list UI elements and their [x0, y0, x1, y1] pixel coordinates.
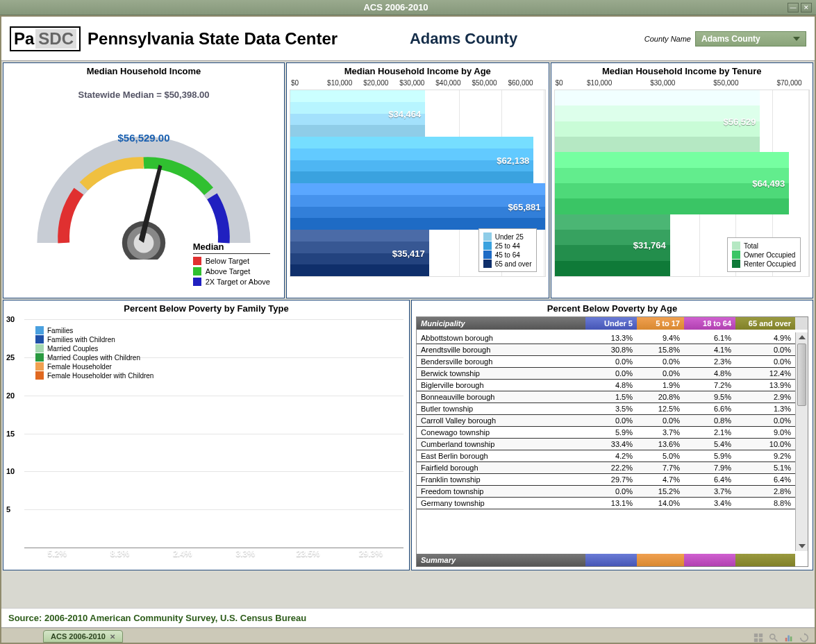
chart-bar: $64,493 — [555, 152, 810, 214]
poverty-age-title: Percent Below Poverty by Age — [412, 300, 813, 316]
gauge-panel: Median Household Income Statewide Median… — [3, 62, 285, 298]
poverty-family-title: Percent Below Poverty by Family Type — [3, 300, 409, 316]
legend-item: Under 25 — [483, 232, 532, 241]
legend-item: 25 to 44 — [483, 242, 532, 250]
income-tenure-legend: Total Owner Occupied Renter Occupied — [727, 237, 801, 272]
refresh-icon[interactable] — [799, 633, 809, 643]
poverty-age-panel: Percent Below Poverty by Age Municipalit… — [411, 300, 813, 570]
svg-line-9 — [774, 638, 777, 641]
legend-item: 65 and over — [483, 260, 532, 268]
chart-bar: $34,464 — [290, 90, 545, 137]
minimize-button[interactable]: — — [788, 3, 799, 12]
svg-rect-11 — [788, 636, 790, 642]
table-row[interactable]: Bendersville borough 0.0% 0.0% 2.3% 0.0% — [417, 356, 795, 368]
tabs-bar: ACS 2006-2010 ✕ — [1, 627, 815, 643]
legend-item: Female Householder — [35, 362, 153, 371]
table-header: Municipality Under 5 5 to 17 18 to 64 65… — [417, 317, 808, 330]
chevron-down-icon — [793, 37, 800, 41]
svg-point-8 — [770, 634, 775, 639]
legend-item: Below Target — [193, 257, 270, 265]
county-heading: Adams County — [410, 30, 517, 48]
income-by-tenure-panel: Median Household Income by Tenure $0$10,… — [551, 62, 814, 298]
table-row[interactable]: Conewago township 5.9% 3.7% 2.1% 9.0% — [417, 427, 795, 439]
table-row[interactable]: Arendtsville borough 30.8% 15.8% 4.1% 0.… — [417, 344, 795, 356]
chart-bar: $62,138 — [290, 137, 545, 183]
svg-rect-5 — [759, 634, 763, 637]
table-row[interactable]: Fairfield borough 22.2% 7.7% 7.9% 5.1% — [417, 462, 795, 474]
source-citation: Source: 2006-2010 American Community Sur… — [1, 608, 815, 627]
income-tenure-axis: $0$10,000$30,000$50,000$70,000 — [554, 79, 810, 87]
legend-item: Families with Children — [35, 335, 153, 344]
table-row[interactable]: Biglerville borough 4.8% 1.9% 7.2% 13.9% — [417, 380, 795, 391]
chart-bar: $65,881 — [290, 183, 545, 230]
svg-rect-10 — [785, 638, 788, 641]
income-age-title: Median Household Income by Age — [290, 63, 546, 79]
legend-item: Above Target — [193, 267, 270, 276]
legend-item: 2X Target or Above — [193, 278, 270, 286]
titlebar: ACS 2006-2010 — ✕ — [0, 0, 816, 15]
page-title: Pennsylvania State Data Center — [88, 29, 338, 49]
table-row[interactable]: Cumberland township 33.4% 13.6% 5.4% 10.… — [417, 439, 795, 450]
search-icon[interactable] — [769, 633, 778, 643]
table-scrollbar[interactable] — [795, 332, 808, 551]
legend-item: Married Couples — [35, 344, 153, 353]
tab-close-icon[interactable]: ✕ — [110, 633, 115, 641]
table-body: Abbottstown borough 13.3% 9.4% 6.1% 4.9%… — [417, 332, 795, 551]
gauge-legend: Median Below Target Above Target 2X Targ… — [193, 242, 270, 288]
chart-icon[interactable] — [784, 633, 794, 643]
county-selector-label: County Name — [644, 35, 691, 43]
scrollbar-thumb[interactable] — [797, 344, 806, 406]
window-title: ACS 2006-2010 — [4, 2, 788, 12]
gauge-value: $56,529.00 — [117, 132, 169, 144]
logo: Pa SDC — [10, 26, 81, 51]
income-tenure-title: Median Household Income by Tenure — [554, 63, 810, 79]
poverty-family-panel: Percent Below Poverty by Family Type 510… — [3, 300, 410, 570]
header: Pa SDC Pennsylvania State Data Center Ad… — [1, 17, 815, 61]
legend-item: Female Householder with Children — [35, 371, 153, 380]
table-row[interactable]: Germany township 13.1% 14.0% 3.4% 8.8% — [417, 498, 795, 509]
legend-item: Total — [732, 242, 796, 250]
table-row[interactable]: Bonneauville borough 1.5% 20.8% 9.5% 2.9… — [417, 391, 795, 403]
income-age-legend: Under 25 25 to 44 45 to 64 65 and over — [478, 228, 537, 272]
legend-item: Families — [35, 326, 153, 334]
poverty-family-legend: Families Families with Children Married … — [35, 325, 153, 380]
table-row[interactable]: East Berlin borough 4.2% 5.0% 5.9% 9.2% — [417, 450, 795, 462]
table-row[interactable]: Berwick township 0.0% 0.0% 4.8% 12.4% — [417, 368, 795, 380]
gauge-title: Median Household Income — [3, 63, 284, 79]
legend-item: 45 to 64 — [483, 251, 532, 259]
gauge-icon — [3, 93, 284, 260]
table-row[interactable]: Abbottstown borough 13.3% 9.4% 6.1% 4.9% — [417, 332, 795, 344]
legend-item: Renter Occupied — [732, 260, 796, 268]
svg-rect-6 — [754, 638, 758, 642]
table-row[interactable]: Butler township 3.5% 12.5% 6.6% 1.3% — [417, 403, 795, 415]
close-button[interactable]: ✕ — [801, 3, 812, 12]
svg-rect-7 — [759, 638, 763, 642]
legend-item: Owner Occupied — [732, 251, 796, 259]
income-by-age-panel: Median Household Income by Age $0$10,000… — [286, 62, 549, 298]
table-row[interactable]: Franklin township 29.7% 4.7% 6.4% 6.4% — [417, 474, 795, 486]
county-dropdown[interactable]: Adams County — [695, 31, 806, 46]
table-row[interactable]: Carroll Valley borough 0.0% 0.0% 0.8% 0.… — [417, 415, 795, 427]
table-row[interactable]: Freedom township 0.0% 15.2% 3.7% 2.8% — [417, 486, 795, 498]
tab-acs[interactable]: ACS 2006-2010 ✕ — [43, 630, 123, 643]
svg-rect-12 — [790, 636, 792, 641]
legend-item: Married Couples with Children — [35, 353, 153, 362]
table-summary: Summary — [417, 554, 795, 566]
svg-rect-4 — [754, 634, 758, 637]
grid-icon[interactable] — [753, 633, 763, 643]
income-age-axis: $0$10,000$20,000$30,000$40,000$50,000$60… — [290, 79, 546, 87]
chart-bar: $56,529 — [555, 90, 810, 152]
